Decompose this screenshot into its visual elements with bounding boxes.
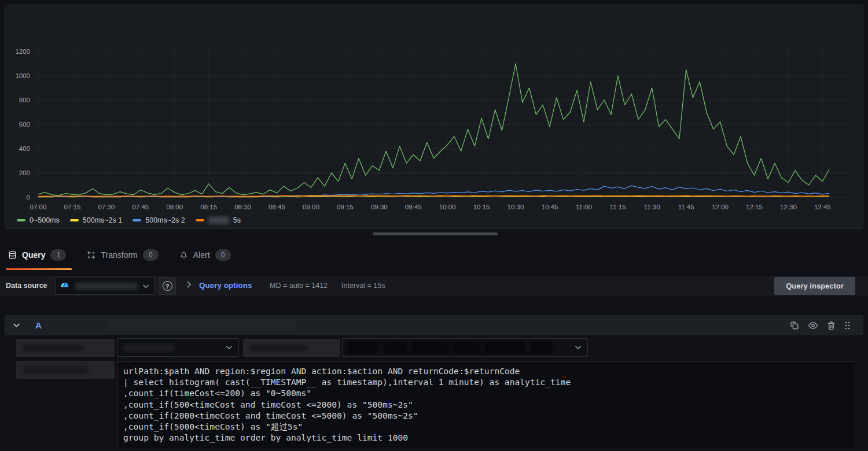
svg-text:09:45: 09:45 bbox=[405, 204, 422, 210]
query-ref-id: A bbox=[35, 320, 42, 330]
svg-text:08:45: 08:45 bbox=[269, 204, 285, 210]
form-field-label-redacted bbox=[243, 339, 340, 357]
legend-label: 500ms~2s 2 bbox=[145, 216, 185, 224]
svg-text:10:00: 10:00 bbox=[439, 204, 456, 210]
editor-tabbar: Query 1 Transform 0 Alert 0 bbox=[6, 243, 233, 267]
svg-text:07:15: 07:15 bbox=[64, 204, 81, 210]
delete-query-trash-icon[interactable] bbox=[827, 321, 836, 330]
form-select-1[interactable] bbox=[117, 338, 239, 357]
help-icon: ? bbox=[163, 281, 172, 291]
form-select-2[interactable] bbox=[342, 338, 588, 357]
tab-transform-label: Transform bbox=[101, 250, 137, 260]
svg-text:11:45: 11:45 bbox=[678, 204, 694, 210]
legend-label: 5s bbox=[233, 216, 241, 224]
duplicate-query-icon[interactable] bbox=[790, 321, 799, 330]
cloud-datasource-icon bbox=[60, 280, 71, 292]
svg-text:1200: 1200 bbox=[15, 48, 30, 55]
form-field-label-redacted bbox=[16, 339, 115, 357]
svg-text:07:30: 07:30 bbox=[98, 204, 115, 210]
grafana-panel-editor: { "tabs": [ { "label": "Query", "count":… bbox=[0, 0, 868, 451]
svg-text:11:30: 11:30 bbox=[644, 204, 660, 210]
svg-text:1000: 1000 bbox=[15, 72, 30, 79]
datasource-picker[interactable] bbox=[55, 277, 155, 295]
collapse-chevron-icon[interactable] bbox=[13, 323, 20, 328]
bell-icon bbox=[179, 250, 188, 260]
legend-item-3[interactable]: 5s bbox=[196, 216, 241, 224]
svg-text:600: 600 bbox=[19, 121, 30, 128]
chevron-right-icon[interactable] bbox=[186, 280, 192, 290]
timeseries-panel: 02004006008001000120007:0007:1507:3007:4… bbox=[5, 5, 863, 229]
legend-label: 500ms~2s 1 bbox=[83, 216, 122, 224]
legend-label-redacted bbox=[208, 217, 229, 224]
svg-text:10:15: 10:15 bbox=[473, 204, 490, 210]
query-options-interval-summary: Interval = 15s bbox=[341, 282, 385, 290]
chevron-down-icon bbox=[142, 284, 149, 289]
tab-query-count-badge: 1 bbox=[50, 249, 66, 261]
tab-query-label: Query bbox=[22, 250, 45, 260]
svg-text:12:45: 12:45 bbox=[814, 204, 831, 210]
chevron-down-icon bbox=[226, 345, 233, 350]
legend-item-1[interactable]: 500ms~2s 1 bbox=[70, 216, 122, 224]
transform-icon bbox=[87, 250, 95, 260]
tab-transform[interactable]: Transform 0 bbox=[84, 243, 160, 267]
legend-swatch bbox=[70, 219, 79, 221]
pane-resize-handle[interactable] bbox=[373, 232, 498, 235]
svg-text:400: 400 bbox=[19, 145, 30, 152]
svg-text:11:15: 11:15 bbox=[610, 204, 626, 210]
timeseries-chart[interactable]: 02004006008001000120007:0007:1507:3007:4… bbox=[5, 5, 864, 228]
svg-text:09:30: 09:30 bbox=[371, 204, 388, 210]
query-options-toggle[interactable]: Query options bbox=[199, 281, 252, 290]
form-field-label-redacted bbox=[16, 361, 115, 379]
svg-text:12:15: 12:15 bbox=[746, 204, 763, 210]
toggle-visibility-eye-icon[interactable] bbox=[808, 321, 818, 330]
database-icon bbox=[8, 250, 17, 260]
tab-alert-label: Alert bbox=[193, 250, 210, 260]
query-row-header[interactable]: A bbox=[5, 315, 863, 335]
query-inspector-button[interactable]: Query inspector bbox=[774, 277, 855, 295]
svg-text:800: 800 bbox=[19, 97, 30, 103]
query-row-actions bbox=[790, 321, 851, 330]
svg-text:09:00: 09:00 bbox=[303, 204, 319, 210]
legend-swatch bbox=[196, 219, 204, 221]
svg-text:09:15: 09:15 bbox=[337, 204, 354, 210]
legend-swatch bbox=[133, 219, 141, 221]
svg-text:200: 200 bbox=[19, 169, 30, 176]
tab-transform-count-badge: 0 bbox=[143, 249, 159, 261]
svg-text:10:45: 10:45 bbox=[542, 204, 558, 210]
datasource-name-redacted bbox=[75, 283, 138, 290]
svg-text:11:00: 11:00 bbox=[576, 204, 592, 210]
legend-item-2[interactable]: 500ms~2s 2 bbox=[133, 216, 185, 224]
svg-text:0: 0 bbox=[27, 194, 30, 201]
svg-text:08:30: 08:30 bbox=[234, 204, 251, 210]
query-text-editor[interactable]: urlPath:$path AND region:$region AND act… bbox=[117, 361, 855, 449]
datasource-help-button[interactable]: ? bbox=[159, 277, 176, 295]
svg-text:08:15: 08:15 bbox=[200, 204, 217, 210]
chevron-down-icon bbox=[575, 345, 582, 350]
datasource-label: Data source bbox=[6, 282, 47, 290]
redacted-values bbox=[348, 342, 553, 354]
svg-text:08:00: 08:00 bbox=[166, 204, 183, 210]
svg-text:12:00: 12:00 bbox=[712, 204, 729, 210]
drag-handle-icon[interactable] bbox=[844, 321, 851, 330]
tab-alert-count-badge: 0 bbox=[215, 249, 231, 261]
legend-swatch bbox=[17, 219, 25, 221]
legend-item-0[interactable]: 0~500ms bbox=[17, 216, 60, 224]
query-toolbar: Data source ? Query options MD = auto = … bbox=[0, 276, 868, 296]
tab-query[interactable]: Query 1 bbox=[6, 243, 68, 267]
svg-text:10:30: 10:30 bbox=[507, 204, 524, 210]
query-row-redacted-text bbox=[105, 321, 296, 329]
svg-text:07:45: 07:45 bbox=[132, 204, 149, 210]
chart-legend: 0~500ms500ms~2s 1500ms~2s 25s bbox=[17, 216, 241, 224]
legend-label: 0~500ms bbox=[30, 216, 60, 224]
svg-text:12:30: 12:30 bbox=[780, 204, 797, 210]
svg-text:07:00: 07:00 bbox=[30, 204, 47, 210]
query-options-md-summary: MD = auto = 1412 bbox=[270, 282, 328, 290]
tab-alert[interactable]: Alert 0 bbox=[177, 243, 233, 267]
